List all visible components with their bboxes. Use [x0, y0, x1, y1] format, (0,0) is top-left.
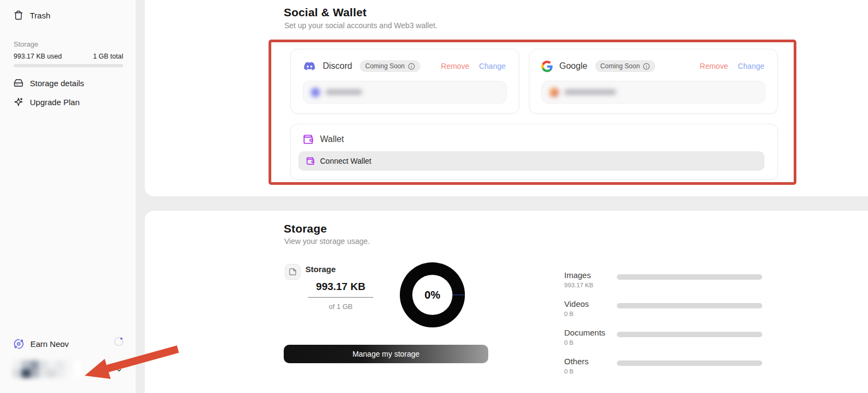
google-card: Google Coming Soon Remove Change	[529, 49, 778, 114]
storage-percent: 0%	[425, 289, 441, 301]
google-account-field	[541, 81, 765, 104]
google-remove-button[interactable]: Remove	[700, 62, 728, 70]
sidebar-item-storage-details[interactable]: Storage details	[9, 74, 89, 92]
category-value: 0 B	[564, 311, 573, 317]
storage-total-caption: of 1 GB	[308, 302, 373, 311]
storage-used-amount: 993.17 KB	[308, 281, 373, 293]
google-icon	[541, 61, 553, 72]
storage-total-text: 1 GB total	[93, 53, 123, 60]
discord-name: Discord	[323, 61, 352, 71]
category-value: 0 B	[564, 339, 573, 346]
wallet-name: Wallet	[320, 134, 344, 144]
category-bar	[617, 332, 762, 337]
google-coming-soon-badge: Coming Soon	[595, 60, 656, 72]
storage-details-label: Storage details	[30, 79, 84, 88]
category-label: Others	[564, 357, 589, 366]
sidebar-item-earn-neov[interactable]: Earn Neov	[9, 335, 74, 352]
category-row-images: Images 993.17 KB	[564, 270, 763, 295]
category-label: Documents	[564, 328, 605, 337]
info-icon[interactable]	[643, 63, 650, 70]
category-row-others: Others 0 B	[564, 357, 763, 382]
wallet-icon	[303, 134, 314, 145]
storage-title: Storage	[284, 222, 327, 235]
social-wallet-subtitle: Set up your social accounts and Web3 wal…	[284, 21, 437, 30]
storage-usage-row: 993.17 KB used 1 GB total	[14, 53, 123, 60]
user-avatar-redacted	[13, 360, 81, 378]
category-row-documents: Documents 0 B	[564, 328, 763, 353]
category-label: Videos	[564, 299, 589, 308]
sidebar-item-upgrade-plan[interactable]: Upgrade Plan	[9, 93, 85, 111]
storage-section-label: Storage	[14, 40, 39, 48]
divider	[308, 297, 373, 298]
storage-subtitle: View your storage usage.	[284, 237, 370, 246]
discord-change-button[interactable]: Change	[479, 62, 506, 70]
earn-neov-label: Earn Neov	[30, 339, 69, 349]
wallet-card: Wallet Connect Wallet	[290, 124, 778, 180]
discord-avatar-redacted	[311, 88, 320, 97]
category-label: Images	[564, 270, 591, 280]
social-wallet-title: Social & Wallet	[284, 6, 367, 19]
sidebar-item-trash[interactable]: Trash	[9, 7, 55, 24]
hard-drive-icon	[14, 78, 23, 88]
discord-icon	[303, 61, 316, 72]
upgrade-plan-label: Upgrade Plan	[30, 98, 80, 107]
info-icon[interactable]	[408, 63, 415, 70]
manage-storage-button[interactable]: Manage my storage	[284, 345, 488, 363]
google-email-redacted	[564, 89, 616, 95]
google-avatar-redacted	[550, 88, 559, 97]
category-bar	[617, 360, 762, 366]
wallet-icon	[306, 157, 315, 165]
category-bar	[617, 274, 762, 280]
discord-coming-soon-badge: Coming Soon	[360, 60, 420, 72]
note-icon	[289, 268, 297, 276]
sidebar: Trash Storage 993.17 KB used 1 GB total …	[0, 0, 136, 393]
coming-soon-text: Coming Soon	[601, 62, 640, 70]
category-value: 0 B	[564, 368, 573, 375]
storage-used-text: 993.17 KB used	[14, 53, 62, 60]
category-row-videos: Videos 0 B	[564, 299, 763, 324]
connect-wallet-button[interactable]: Connect Wallet	[298, 151, 764, 171]
discord-account-field	[303, 81, 507, 104]
storage-card-icon-box	[285, 264, 301, 280]
chevrons-up-down-icon	[115, 364, 123, 372]
discord-remove-button[interactable]: Remove	[441, 62, 469, 70]
app-window: Trash Storage 993.17 KB used 1 GB total …	[0, 0, 868, 393]
connect-wallet-label: Connect Wallet	[320, 157, 371, 165]
category-bar	[617, 303, 762, 308]
coming-soon-text: Coming Soon	[365, 62, 405, 70]
trash-icon	[14, 10, 23, 20]
google-name: Google	[559, 61, 588, 71]
storage-card-title: Storage	[305, 265, 336, 274]
trash-label: Trash	[30, 11, 50, 20]
discord-card: Discord Coming Soon Remove Change	[290, 49, 519, 114]
category-value: 993.17 KB	[564, 282, 593, 288]
user-menu[interactable]	[13, 360, 122, 379]
discord-username-redacted	[326, 89, 362, 95]
storage-donut-chart: 0%	[400, 262, 465, 327]
loading-spinner-icon	[113, 336, 124, 347]
orbit-icon	[14, 339, 24, 349]
sparkles-icon	[14, 97, 23, 107]
storage-progress-bar	[14, 64, 123, 67]
google-change-button[interactable]: Change	[738, 62, 764, 70]
